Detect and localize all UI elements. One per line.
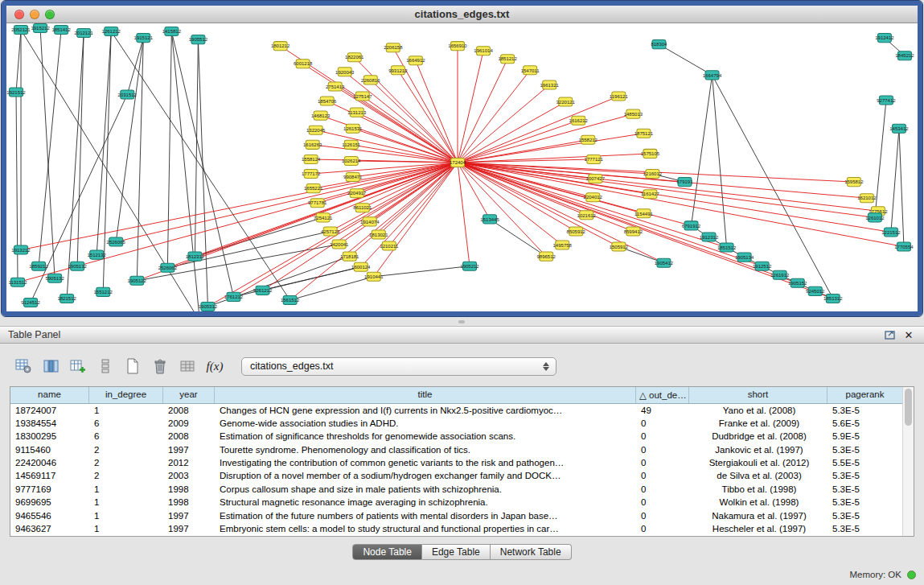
- new-table-icon[interactable]: [121, 355, 145, 377]
- memory-status-icon[interactable]: [907, 571, 916, 579]
- table-selector-dropdown[interactable]: citations_edges.txt: [241, 357, 556, 376]
- graph-node-label: 3220121: [556, 100, 576, 105]
- cell-year: 1998: [163, 483, 215, 496]
- memory-status-label: Memory: OK: [849, 570, 901, 579]
- float-panel-icon[interactable]: [882, 328, 897, 341]
- column-header-title[interactable]: title: [215, 387, 636, 403]
- graph-node-label: 1026214: [342, 159, 361, 163]
- table-mode-icon[interactable]: [11, 355, 35, 377]
- cell-year: 1998: [163, 496, 215, 509]
- cell-out_degree: 49: [636, 404, 689, 417]
- graph-node-label: 1575105: [641, 151, 660, 156]
- row-tools-icon[interactable]: [93, 355, 117, 377]
- column-header-out_degree[interactable]: △ out_de…: [636, 387, 689, 403]
- graph-node-label: 1813021: [369, 233, 388, 237]
- table-row[interactable]: 2242004622012Investigating the contribut…: [10, 457, 914, 470]
- column-header-short[interactable]: short: [689, 387, 827, 403]
- table-row[interactable]: 969969511998Structural magnetic resonanc…: [10, 496, 914, 509]
- tab-network-table[interactable]: Network Table: [491, 544, 572, 560]
- table-row[interactable]: 946362711997Embryonic stem cells: a mode…: [10, 523, 914, 536]
- cell-year: 2009: [163, 417, 215, 430]
- graph-node-label: 1961014: [474, 48, 493, 53]
- graph-node-label: 1655221: [304, 186, 323, 191]
- graph-edge: [77, 33, 84, 266]
- graph-node-label: 3420041: [330, 242, 349, 247]
- create-column-icon[interactable]: [66, 355, 90, 377]
- graph-edge: [458, 114, 633, 163]
- graph-edge: [458, 121, 578, 163]
- graph-edge: [458, 59, 507, 163]
- import-table-icon[interactable]: [175, 355, 199, 377]
- table-panel-header: Table Panel ✕: [0, 326, 924, 344]
- close-panel-icon[interactable]: ✕: [901, 328, 916, 341]
- cell-in_degree: 1: [89, 404, 163, 417]
- graph-edge: [198, 39, 207, 307]
- graph-node-label: 1777172: [302, 171, 321, 176]
- cell-pagerank: 5.3E-5: [827, 509, 903, 522]
- zoom-window-icon[interactable]: [45, 10, 55, 19]
- graph-edge: [458, 97, 618, 163]
- delete-table-icon[interactable]: [148, 355, 172, 377]
- cell-out_degree: 0: [636, 509, 689, 522]
- tab-edge-table[interactable]: Edge Table: [422, 544, 491, 560]
- graph-node-label: 1561512: [281, 298, 300, 303]
- window-titlebar[interactable]: citations_edges.txt: [6, 6, 918, 23]
- column-header-name[interactable]: name: [10, 387, 89, 403]
- network-canvas[interactable]: 1724041822061192004327514131854706146812…: [6, 23, 918, 311]
- table-row[interactable]: 946554611997Estimation of the future num…: [10, 509, 914, 522]
- tab-node-table[interactable]: Node Table: [352, 544, 422, 560]
- graph-node-label: 1915121: [134, 35, 154, 40]
- cell-name: 9699695: [10, 496, 89, 509]
- cell-short: Wolkin et al. (1998): [689, 496, 827, 509]
- node-table: namein_degreeyeartitle△ out_de…shortpage…: [10, 386, 914, 537]
- table-row[interactable]: 977716911998Corpus callosum shape and si…: [10, 483, 914, 496]
- graph-node-label: 1854706: [318, 99, 337, 104]
- table-row[interactable]: 911546021997Tourette syndrome. Phenomeno…: [10, 443, 914, 456]
- table-row[interactable]: 1830029562008Estimation of significance …: [10, 431, 914, 443]
- close-window-icon[interactable]: [14, 10, 24, 19]
- cell-pagerank: 5.3E-5: [827, 483, 903, 496]
- column-header-in_degree[interactable]: in_degree: [89, 387, 163, 403]
- graph-edge: [127, 38, 143, 94]
- column-header-year[interactable]: year: [163, 387, 215, 403]
- graph-node-label: 1821512: [57, 296, 76, 301]
- scrollbar-thumb[interactable]: [905, 389, 912, 426]
- function-builder-icon[interactable]: f(x): [203, 355, 227, 377]
- cell-in_degree: 1: [89, 483, 163, 496]
- graph-node-label: 9245012: [806, 289, 825, 294]
- graph-node-label: 2206158: [384, 45, 403, 50]
- cell-in_degree: 2: [89, 457, 163, 470]
- graph-node-label: 1216012: [643, 171, 663, 176]
- table-scrollbar[interactable]: [902, 387, 914, 536]
- graph-node-label: 1875121: [634, 131, 654, 136]
- panel-splitter[interactable]: [0, 317, 924, 326]
- graph-edge: [67, 33, 84, 299]
- cell-title: Tourette syndrome. Phenomenology and cla…: [215, 443, 636, 456]
- cell-short: Jankovic et al. (1997): [689, 443, 827, 456]
- graph-node-label: 1261212: [102, 29, 121, 34]
- cell-name: 18724007: [10, 404, 89, 417]
- table-row[interactable]: 1872400712008Changes of HCN gene express…: [10, 404, 914, 417]
- cell-in_degree: 1: [89, 523, 163, 536]
- cell-out_degree: 0: [636, 496, 689, 509]
- column-visibility-icon[interactable]: [39, 355, 63, 377]
- table-row[interactable]: 1938455462009Genome-wide association stu…: [10, 417, 914, 430]
- table-toolbar: f(x) citations_edges.txt: [0, 344, 924, 379]
- function-builder-label: f(x): [207, 360, 224, 373]
- minimize-window-icon[interactable]: [30, 10, 39, 19]
- cell-name: 19384554: [10, 417, 89, 430]
- graph-node-label: 1912512: [753, 264, 772, 269]
- graph-edge: [458, 163, 904, 247]
- cell-title: Corpus callosum shape and size in male p…: [215, 483, 636, 496]
- cell-out_degree: 0: [636, 417, 689, 430]
- graph-edge: [167, 31, 171, 268]
- graph-node-label: 2031512: [118, 93, 138, 97]
- cell-out_degree: 0: [636, 457, 689, 470]
- cell-short: de Silva et al. (2003): [689, 470, 827, 483]
- graph-edge: [393, 47, 458, 163]
- graph-edge: [116, 38, 143, 241]
- table-row[interactable]: 1456911722003Disruption of a novel membe…: [10, 470, 914, 483]
- column-header-pagerank[interactable]: pagerank: [827, 387, 903, 403]
- graph-node-label: 1770554: [894, 245, 914, 249]
- cell-out_degree: 0: [636, 431, 689, 443]
